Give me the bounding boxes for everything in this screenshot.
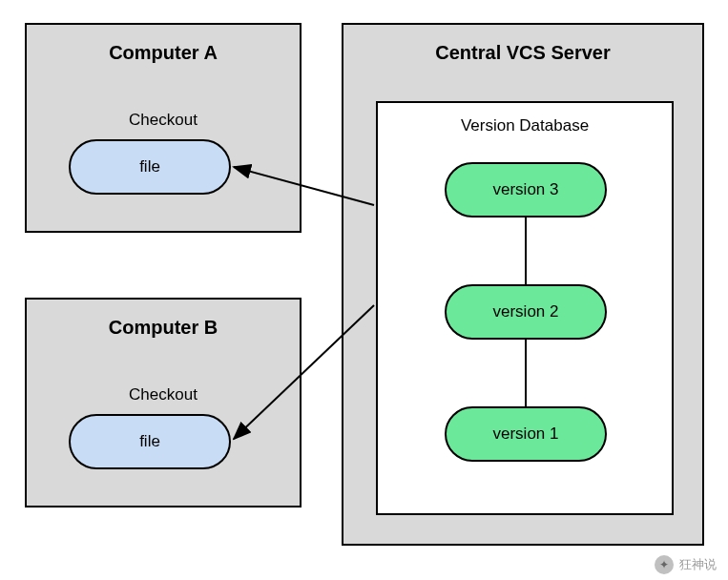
version-3-label: version 3 [493, 180, 559, 199]
computer-a-file-label: file [139, 157, 160, 176]
watermark-icon: ✦ [655, 555, 674, 574]
version-3-pill: version 3 [445, 162, 607, 218]
connector-v3-v2 [525, 218, 527, 284]
version-2-label: version 2 [493, 302, 559, 321]
computer-a-file-pill: file [69, 139, 231, 195]
server-box: Central VCS Server Version Database vers… [342, 23, 704, 546]
version-1-label: version 1 [493, 425, 559, 444]
watermark: ✦ 狂神说 [655, 555, 717, 574]
version-database-title: Version Database [378, 103, 672, 135]
computer-b-checkout-label: Checkout [27, 385, 300, 404]
computer-b-file-pill: file [69, 414, 231, 469]
version-2-pill: version 2 [445, 284, 607, 340]
computer-b-title: Computer B [27, 300, 300, 339]
computer-a-title: Computer A [27, 25, 300, 64]
computer-b-box: Computer B Checkout file [25, 298, 302, 508]
computer-a-checkout-label: Checkout [27, 111, 300, 130]
diagram-canvas: Computer A Checkout file Computer B Chec… [0, 0, 728, 580]
connector-v2-v1 [525, 340, 527, 406]
version-database-box: Version Database version 3 version 2 ver… [376, 101, 674, 515]
computer-a-box: Computer A Checkout file [25, 23, 302, 233]
watermark-text: 狂神说 [679, 556, 717, 573]
computer-b-file-label: file [139, 432, 160, 451]
version-1-pill: version 1 [445, 406, 607, 462]
server-title: Central VCS Server [343, 25, 702, 64]
